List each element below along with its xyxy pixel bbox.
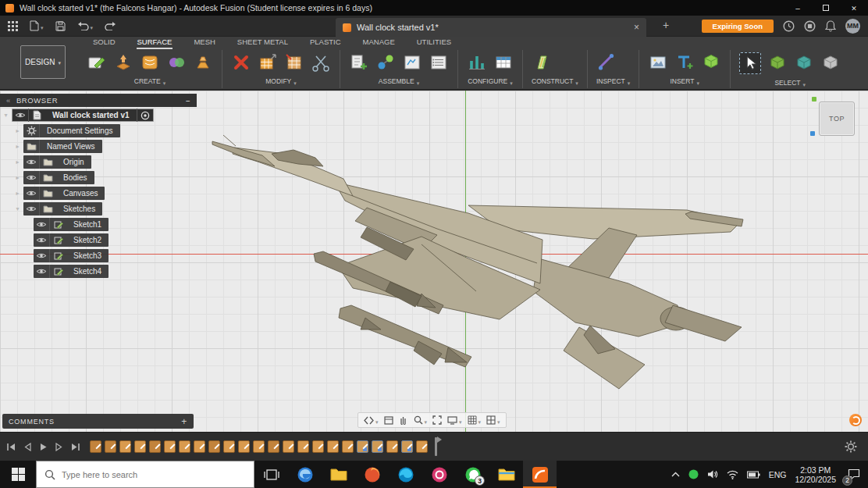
step-back-button[interactable] (23, 443, 32, 451)
timeline-feature-icon[interactable] (357, 440, 368, 453)
select-component-button[interactable] (820, 53, 841, 73)
timeline-feature-icon[interactable] (297, 440, 309, 453)
taskbar-app-fusion[interactable] (523, 461, 557, 488)
group-label-configure[interactable]: CONFIGURE (468, 77, 507, 85)
tree-row-sketches[interactable]: Sketches (12, 201, 197, 216)
comments-bar[interactable]: COMMENTS + (2, 414, 194, 429)
tab-solid[interactable]: SOLID (92, 37, 116, 49)
expand-caret-icon[interactable] (12, 190, 23, 197)
tab-sheet-metal[interactable]: SHEET METAL (237, 37, 289, 49)
previous-view-button[interactable] (364, 413, 379, 427)
license-expiring-badge[interactable]: Expiring Soon (702, 20, 774, 33)
browser-header[interactable]: BROWSER (0, 94, 197, 107)
tree-row-sketch3[interactable]: Sketch3 (34, 248, 197, 263)
taskbar-app-file-explorer[interactable] (489, 461, 523, 488)
insert-canvas-button[interactable] (648, 52, 668, 73)
configure-button[interactable] (467, 52, 487, 73)
job-status-button[interactable] (782, 20, 795, 32)
volume-button[interactable] (707, 469, 718, 479)
tree-item-label[interactable]: Named Views (40, 142, 102, 151)
select-window-button[interactable] (739, 52, 761, 74)
timeline-feature-icon[interactable] (327, 440, 339, 453)
timeline-position-marker[interactable] (435, 437, 437, 456)
group-label-construct[interactable]: CONSTRUCT (532, 77, 573, 85)
visibility-eye-icon[interactable] (23, 171, 40, 184)
bom-button[interactable] (429, 52, 449, 73)
visibility-eye-icon[interactable] (23, 187, 40, 200)
new-component-button[interactable] (349, 52, 369, 73)
new-document-tab-button[interactable]: + (660, 19, 672, 31)
extrude-button[interactable] (113, 52, 133, 73)
zoom-button[interactable] (414, 413, 428, 427)
tab-mesh[interactable]: MESH (193, 37, 215, 49)
workspace-switcher[interactable]: DESIGN (20, 45, 66, 79)
group-label-assemble[interactable]: ASSEMBLE (379, 77, 414, 85)
press-pull-button[interactable] (258, 52, 278, 73)
timeline-feature-icon[interactable] (372, 440, 383, 453)
minimize-panel-icon[interactable] (186, 96, 190, 105)
trim-button[interactable] (311, 52, 331, 73)
group-label-select[interactable]: SELECT (774, 79, 800, 87)
tree-item-label[interactable]: Sketches (56, 205, 102, 213)
timeline-feature-icon[interactable] (253, 440, 265, 453)
tree-row-canvases[interactable]: Canvases (12, 186, 197, 201)
timeline-feature-icon[interactable] (208, 440, 220, 453)
display-settings-button[interactable] (447, 413, 462, 427)
sketch-label[interactable]: Sketch1 (66, 220, 108, 229)
expand-caret-icon[interactable] (12, 159, 23, 166)
user-avatar[interactable]: MM (845, 19, 860, 34)
tab-surface[interactable]: SURFACE (137, 37, 173, 49)
close-button[interactable] (840, 0, 868, 16)
insert-text-button[interactable] (674, 52, 695, 73)
group-label-create[interactable]: CREATE (134, 77, 161, 85)
viewport-canvas[interactable]: TOP BROWSER Wall clock started v1 (0, 91, 868, 432)
expand-caret-icon[interactable] (12, 174, 23, 181)
measure-button[interactable] (596, 52, 617, 73)
tree-row-sketch2[interactable]: Sketch2 (34, 233, 197, 248)
timeline-feature-icon[interactable] (223, 440, 235, 453)
tab-manage[interactable]: MANAGE (362, 37, 396, 49)
timeline-feature-icon[interactable] (119, 440, 131, 453)
visibility-eye-icon[interactable] (34, 265, 50, 278)
create-sketch-button[interactable] (87, 52, 107, 73)
timeline-feature-icon[interactable] (238, 440, 250, 453)
maximize-button[interactable] (812, 0, 840, 16)
sketch-label[interactable]: Sketch3 (66, 251, 108, 260)
create-form-button[interactable] (166, 52, 187, 73)
taskbar-app-edge-legacy[interactable] (288, 461, 322, 488)
network-button[interactable] (727, 470, 738, 479)
viewports-button[interactable] (486, 413, 500, 427)
undo-button[interactable] (77, 19, 94, 33)
sketch-label[interactable]: Sketch2 (66, 236, 108, 244)
expand-caret-icon[interactable] (0, 112, 12, 119)
minimize-button[interactable] (784, 0, 812, 16)
skip-to-end-button[interactable] (70, 443, 80, 451)
view-cube-face-label[interactable]: TOP (829, 115, 845, 123)
tree-row-document-settings[interactable]: Document Settings (12, 123, 197, 138)
pan-button[interactable] (399, 415, 408, 425)
delete-button[interactable] (231, 52, 251, 73)
tree-item-label[interactable]: Document Settings (40, 126, 120, 135)
start-button[interactable] (0, 461, 36, 488)
construct-plane-button[interactable] (532, 52, 552, 73)
loft-button[interactable] (193, 52, 213, 73)
tab-plastic[interactable]: PLASTIC (309, 37, 342, 49)
taskbar-clock[interactable]: 2:03 PM 12/20/2025 (795, 465, 836, 484)
visibility-eye-icon[interactable] (34, 233, 50, 247)
root-document-label[interactable]: Wall clock started v1 (45, 111, 137, 119)
taskbar-app-pink[interactable] (422, 461, 456, 488)
group-label-modify[interactable]: MODIFY (265, 77, 291, 85)
tree-item-label[interactable]: Canvases (56, 189, 105, 198)
timeline-feature-icon[interactable] (134, 440, 146, 453)
unstitch-button[interactable] (284, 52, 304, 73)
app-menu-button[interactable] (8, 21, 18, 31)
tree-row-origin[interactable]: Origin (12, 155, 197, 169)
close-tab-icon[interactable] (634, 22, 639, 33)
collapse-panel-icon[interactable] (6, 96, 11, 105)
tree-row-sketch1[interactable]: Sketch1 (34, 217, 197, 232)
expand-caret-icon[interactable] (12, 127, 23, 134)
tree-row-bodies[interactable]: Bodies (12, 170, 197, 185)
visibility-eye-icon[interactable] (34, 218, 50, 231)
activate-target-icon[interactable] (137, 109, 153, 122)
taskbar-app-firefox[interactable] (355, 461, 389, 488)
